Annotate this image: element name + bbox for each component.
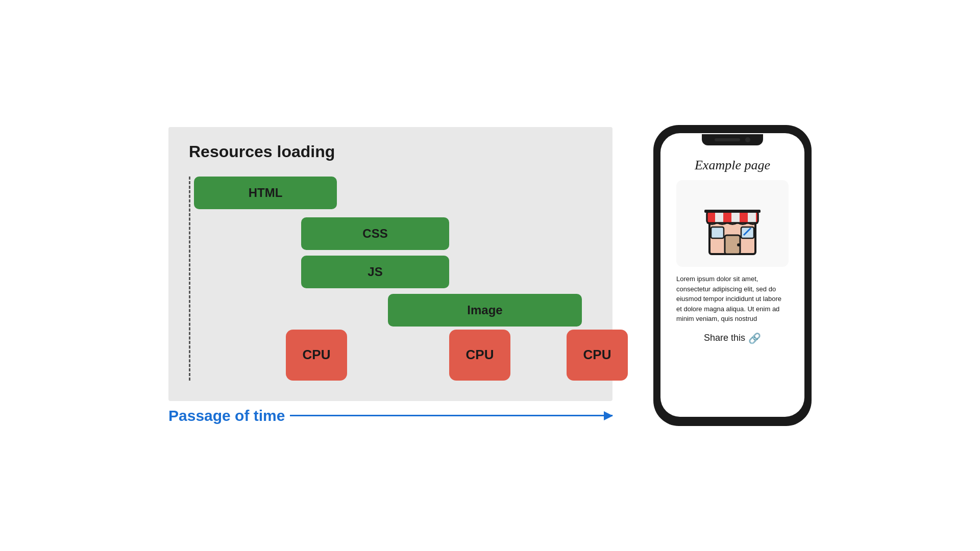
css-bar: CSS <box>301 217 449 250</box>
svg-rect-3 <box>707 212 715 223</box>
phone-outer: Example page <box>653 125 812 426</box>
share-button[interactable]: Share this 🔗 <box>704 332 761 344</box>
main-container: Resources loading HTML CSS JS Image <box>0 0 980 551</box>
share-label: Share this <box>704 333 745 343</box>
phone-lorem-text: Lorem ipsum dolor sit amet, consectetur … <box>676 274 789 324</box>
store-icon <box>702 190 763 257</box>
svg-rect-13 <box>704 210 761 213</box>
diagram-box: Resources loading HTML CSS JS Image <box>168 127 612 401</box>
svg-rect-5 <box>740 212 748 223</box>
phone-section: Example page <box>653 125 812 426</box>
svg-rect-4 <box>723 212 731 223</box>
cpu-box-3: CPU <box>567 330 628 381</box>
notch-speaker <box>715 138 740 141</box>
cpu-label-2: CPU <box>466 347 494 363</box>
cpu-box-1: CPU <box>286 330 347 381</box>
phone-notch <box>702 134 763 145</box>
css-label: CSS <box>362 227 387 241</box>
js-bar: JS <box>301 256 449 288</box>
diagram-title: Resources loading <box>189 142 592 161</box>
resources-area: HTML CSS JS Image CPU CPU <box>189 177 592 381</box>
svg-rect-10 <box>711 227 724 238</box>
image-bar: Image <box>388 294 582 327</box>
notch-camera <box>745 137 750 142</box>
phone-image-card <box>676 180 789 267</box>
cpu-label-3: CPU <box>583 347 611 363</box>
time-label: Passage of time <box>168 407 285 424</box>
html-label: HTML <box>249 186 283 200</box>
link-icon: 🔗 <box>748 332 761 344</box>
svg-rect-11 <box>741 227 754 238</box>
html-bar: HTML <box>194 177 337 209</box>
js-label: JS <box>368 265 382 279</box>
cpu-label-1: CPU <box>303 347 331 363</box>
image-label: Image <box>467 303 502 317</box>
time-axis: Passage of time <box>168 407 612 424</box>
diagram-section: Resources loading HTML CSS JS Image <box>168 127 612 424</box>
phone-page-title: Example page <box>695 158 770 173</box>
svg-point-9 <box>737 243 740 246</box>
vertical-dashed-line <box>189 177 190 381</box>
cpu-box-2: CPU <box>449 330 510 381</box>
time-arrow <box>290 415 612 416</box>
phone-screen: Example page <box>660 133 804 417</box>
